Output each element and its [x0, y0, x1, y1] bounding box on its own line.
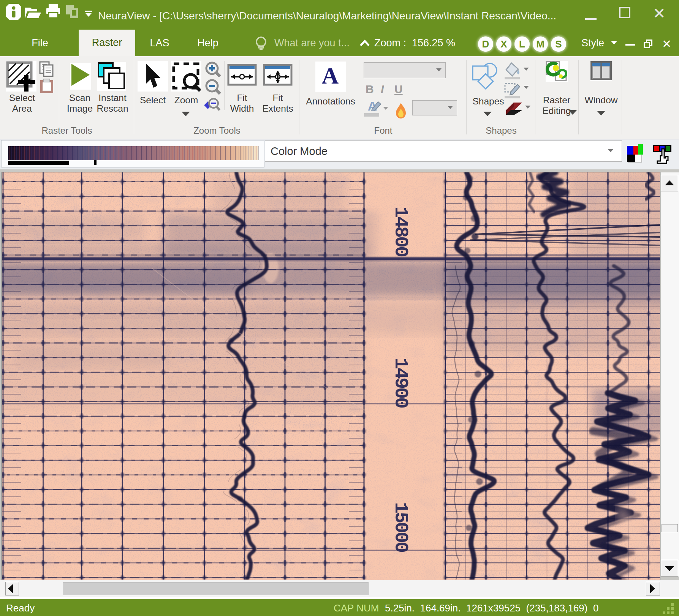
- svg-text:A: A: [322, 63, 339, 88]
- svg-text:14800: 14800: [390, 207, 412, 257]
- svg-text:14900: 14900: [390, 358, 412, 408]
- svg-text:15000: 15000: [390, 502, 412, 552]
